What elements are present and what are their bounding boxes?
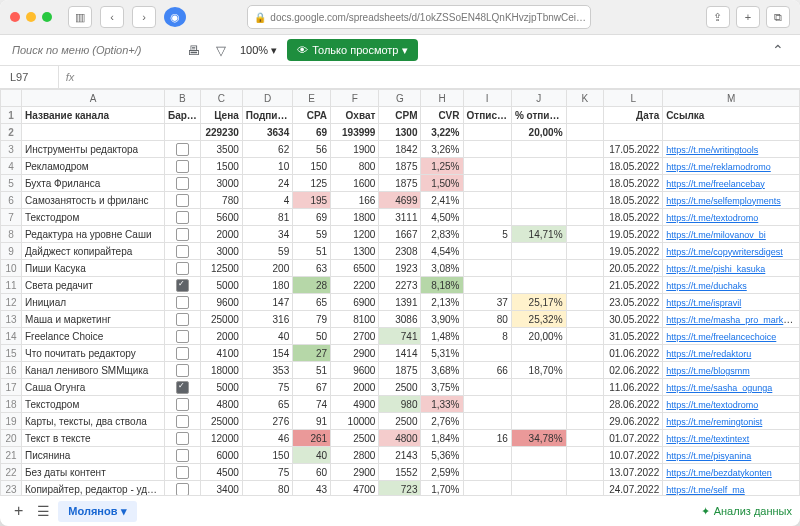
- cell[interactable]: 2000: [200, 226, 242, 243]
- cell[interactable]: [22, 124, 165, 141]
- cell[interactable]: 2200: [331, 277, 379, 294]
- cell[interactable]: 1500: [200, 158, 242, 175]
- cell[interactable]: 1923: [379, 260, 421, 277]
- cell[interactable]: 24: [242, 175, 292, 192]
- cell[interactable]: 28.06.2022: [604, 396, 663, 413]
- row-header[interactable]: 14: [1, 328, 22, 345]
- cell[interactable]: 5000: [200, 277, 242, 294]
- cell[interactable]: Охват: [331, 107, 379, 124]
- checkbox[interactable]: [176, 177, 189, 190]
- checkbox[interactable]: [176, 279, 189, 292]
- cell[interactable]: 980: [379, 396, 421, 413]
- cell[interactable]: Что почитать редактору: [22, 345, 165, 362]
- cell[interactable]: https://t.me/reklamodromo: [663, 158, 800, 175]
- forward-button[interactable]: ›: [132, 6, 156, 28]
- cell[interactable]: 75: [242, 464, 292, 481]
- cell[interactable]: [566, 464, 604, 481]
- cell[interactable]: Саша Огунга: [22, 379, 165, 396]
- checkbox[interactable]: [176, 364, 189, 377]
- col-header[interactable]: K: [566, 90, 604, 107]
- cell[interactable]: [164, 379, 200, 396]
- cell[interactable]: Карты, тексты, два ствола: [22, 413, 165, 430]
- row-header[interactable]: 21: [1, 447, 22, 464]
- cell[interactable]: [566, 260, 604, 277]
- view-mode-button[interactable]: 👁 Только просмотр ▾: [287, 39, 418, 61]
- all-sheets-button[interactable]: ☰: [37, 503, 50, 519]
- channel-link[interactable]: https://t.me/blogsmm: [666, 366, 750, 376]
- cell[interactable]: [566, 345, 604, 362]
- checkbox[interactable]: [176, 296, 189, 309]
- cell[interactable]: 9600: [200, 294, 242, 311]
- cell[interactable]: 154: [242, 345, 292, 362]
- cell[interactable]: 18.05.2022: [604, 158, 663, 175]
- channel-link[interactable]: https://t.me/masha_pro_marketing: [666, 314, 799, 325]
- cell[interactable]: 1,70%: [421, 481, 463, 496]
- cell[interactable]: 63: [293, 260, 331, 277]
- cell[interactable]: Название канала: [22, 107, 165, 124]
- cell[interactable]: [463, 141, 511, 158]
- cell[interactable]: 780: [200, 192, 242, 209]
- cell[interactable]: [511, 260, 566, 277]
- cell[interactable]: 200: [242, 260, 292, 277]
- cell[interactable]: [463, 447, 511, 464]
- checkbox[interactable]: [176, 211, 189, 224]
- cell[interactable]: 81: [242, 209, 292, 226]
- cell[interactable]: 5000: [200, 379, 242, 396]
- cell[interactable]: 51: [293, 362, 331, 379]
- cell[interactable]: Инициал: [22, 294, 165, 311]
- cell[interactable]: [164, 345, 200, 362]
- cell[interactable]: 3000: [200, 243, 242, 260]
- cell[interactable]: 4500: [200, 464, 242, 481]
- row-header[interactable]: 2: [1, 124, 22, 141]
- channel-link[interactable]: https://t.me/remingtonist: [666, 417, 762, 427]
- cell[interactable]: 166: [331, 192, 379, 209]
- cell[interactable]: 2500: [331, 430, 379, 447]
- cell[interactable]: 74: [293, 396, 331, 413]
- cell[interactable]: 316: [242, 311, 292, 328]
- cell[interactable]: [511, 447, 566, 464]
- back-button[interactable]: ‹: [100, 6, 124, 28]
- cell[interactable]: 195: [293, 192, 331, 209]
- cell[interactable]: 34: [242, 226, 292, 243]
- row-header[interactable]: 18: [1, 396, 22, 413]
- row-header[interactable]: 22: [1, 464, 22, 481]
- cell[interactable]: Дата: [604, 107, 663, 124]
- cell[interactable]: [566, 481, 604, 496]
- cell[interactable]: 8100: [331, 311, 379, 328]
- cell[interactable]: [164, 209, 200, 226]
- filter-icon[interactable]: ▽: [212, 41, 230, 59]
- cell[interactable]: 01.07.2022: [604, 430, 663, 447]
- cell[interactable]: 4,50%: [421, 209, 463, 226]
- cell[interactable]: Без даты контент: [22, 464, 165, 481]
- cell[interactable]: [566, 447, 604, 464]
- cell[interactable]: 5: [463, 226, 511, 243]
- cell[interactable]: Текстодром: [22, 396, 165, 413]
- cell[interactable]: 75: [242, 379, 292, 396]
- cell[interactable]: [463, 396, 511, 413]
- cell[interactable]: 2308: [379, 243, 421, 260]
- cell[interactable]: 150: [293, 158, 331, 175]
- cell[interactable]: 18.05.2022: [604, 209, 663, 226]
- cell[interactable]: 2500: [379, 379, 421, 396]
- sidebar-toggle-button[interactable]: ▥: [68, 6, 92, 28]
- cell[interactable]: 40: [242, 328, 292, 345]
- cell[interactable]: 150: [242, 447, 292, 464]
- cell[interactable]: 3,90%: [421, 311, 463, 328]
- cell[interactable]: 79: [293, 311, 331, 328]
- cell[interactable]: https://t.me/milovanov_bi: [663, 226, 800, 243]
- channel-link[interactable]: https://t.me/self_ma: [666, 485, 745, 495]
- cell[interactable]: Цена: [200, 107, 242, 124]
- col-header[interactable]: A: [22, 90, 165, 107]
- cell[interactable]: 18.05.2022: [604, 175, 663, 192]
- cell[interactable]: 6000: [200, 447, 242, 464]
- cell[interactable]: [511, 192, 566, 209]
- cell[interactable]: 30.05.2022: [604, 311, 663, 328]
- cell[interactable]: 67: [293, 379, 331, 396]
- cell[interactable]: CPA: [293, 107, 331, 124]
- cell[interactable]: https://t.me/freelancebay: [663, 175, 800, 192]
- cell[interactable]: [566, 311, 604, 328]
- cell[interactable]: 6900: [331, 294, 379, 311]
- row-header[interactable]: 19: [1, 413, 22, 430]
- cell[interactable]: [164, 226, 200, 243]
- cell[interactable]: [511, 345, 566, 362]
